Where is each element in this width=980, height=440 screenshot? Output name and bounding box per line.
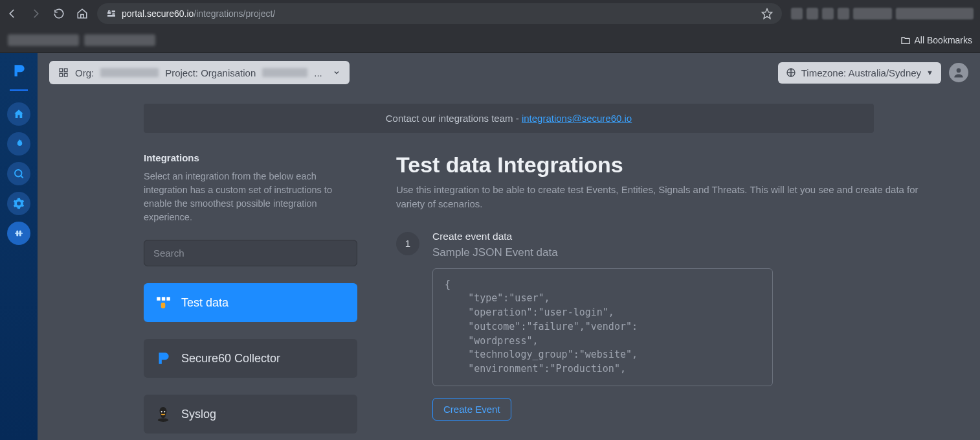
extensions-strip	[791, 8, 974, 19]
topbar: Org: Project: Organisation ... Timezone:…	[38, 53, 980, 92]
svg-rect-16	[166, 297, 170, 300]
svg-point-18	[158, 418, 169, 422]
svg-point-13	[957, 68, 961, 73]
integration-label: Test data	[181, 296, 228, 310]
sidebar-settings-icon[interactable]	[7, 192, 30, 215]
svg-point-20	[164, 411, 165, 412]
content-area: Integrations Select an integration from …	[38, 133, 980, 440]
sidebar-home-icon[interactable]	[7, 102, 30, 126]
address-bar[interactable]: portal.secure60.io/integrations/project/	[97, 3, 782, 24]
page-subtitle: Use this integration to be able to creat…	[396, 183, 940, 211]
logo-underline	[10, 89, 28, 91]
svg-point-4	[113, 13, 115, 15]
step-subtitle: Sample JSON Event data	[432, 246, 940, 259]
svg-rect-14	[157, 297, 160, 300]
svg-rect-2	[108, 16, 115, 16]
panel-description: Select an integration from the below eac…	[144, 170, 357, 224]
site-settings-icon[interactable]	[106, 8, 117, 19]
svg-rect-9	[64, 69, 67, 72]
browser-chrome: portal.secure60.io/integrations/project/…	[0, 0, 980, 53]
grid-icon	[58, 67, 69, 78]
forward-icon[interactable]	[30, 8, 41, 19]
integration-label: Syslog	[181, 408, 216, 421]
sidebar-flame-icon[interactable]	[7, 132, 30, 156]
home-icon[interactable]	[76, 8, 88, 19]
svg-marker-5	[763, 9, 772, 19]
all-bookmarks-button[interactable]: All Bookmarks	[900, 35, 972, 45]
project-name-redacted	[262, 68, 307, 77]
step-title: Create event data	[432, 231, 940, 242]
svg-rect-15	[162, 297, 165, 300]
integration-card[interactable]: Test data	[144, 283, 357, 322]
context-selector[interactable]: Org: Project: Organisation ...	[49, 61, 350, 84]
extension-placeholder[interactable]	[838, 8, 849, 19]
svg-point-6	[15, 170, 22, 177]
page-title: Test data Integrations	[396, 152, 940, 178]
bookmarks-bar: All Bookmarks	[0, 27, 980, 53]
extension-placeholder[interactable]	[807, 8, 818, 19]
integration-detail-panel: Test data Integrations Use this integrat…	[396, 152, 940, 434]
svg-point-19	[161, 411, 162, 412]
org-name-redacted	[100, 68, 159, 77]
profile-placeholder[interactable]	[896, 8, 974, 19]
url-text: portal.secure60.io/integrations/project/	[122, 8, 275, 19]
svg-rect-10	[60, 73, 63, 76]
globe-icon	[786, 67, 796, 78]
banner-email-link[interactable]: integrations@secure60.io	[522, 113, 632, 124]
integration-icon	[154, 405, 172, 423]
svg-rect-1	[112, 11, 115, 12]
timezone-label: Timezone: Australia/Sydney	[801, 67, 921, 78]
sidebar-search-icon[interactable]	[7, 162, 30, 185]
panel-heading: Integrations	[144, 152, 357, 163]
extension-placeholder[interactable]	[853, 8, 892, 19]
bookmark-placeholder[interactable]	[8, 34, 79, 46]
all-bookmarks-label: All Bookmarks	[915, 35, 972, 45]
step-number-badge: 1	[396, 232, 419, 255]
integrations-list-panel: Integrations Select an integration from …	[144, 152, 357, 434]
contact-banner: Contact our integrations team - integrat…	[144, 104, 874, 133]
integration-card[interactable]: Secure60 Collector	[144, 339, 357, 378]
caret-down-icon: ▼	[926, 69, 933, 76]
step-row: 1 Create event data Sample JSON Event da…	[396, 231, 940, 421]
svg-rect-17	[161, 303, 166, 308]
app-logo[interactable]	[10, 62, 27, 79]
bookmark-star-icon[interactable]	[761, 8, 773, 19]
bookmark-placeholder[interactable]	[84, 34, 155, 46]
sidebar-integrations-icon[interactable]	[7, 222, 30, 245]
banner-text: Contact our integrations team -	[386, 113, 522, 124]
svg-rect-8	[60, 69, 63, 72]
svg-point-3	[108, 10, 110, 12]
integration-icon	[154, 349, 172, 367]
svg-line-7	[21, 176, 23, 178]
browser-toolbar: portal.secure60.io/integrations/project/	[0, 0, 980, 27]
org-prefix: Org:	[75, 67, 94, 78]
app-body: Org: Project: Organisation ... Timezone:…	[38, 53, 980, 440]
app-root: Org: Project: Organisation ... Timezone:…	[0, 53, 980, 440]
integration-label: Secure60 Collector	[181, 352, 280, 365]
extension-placeholder[interactable]	[822, 8, 834, 19]
timezone-selector[interactable]: Timezone: Australia/Sydney ▼	[778, 62, 941, 84]
chevron-down-icon	[333, 69, 340, 76]
sidebar	[0, 53, 38, 440]
json-sample-box[interactable]: { "type":"user", "operation":"user-login…	[432, 268, 773, 386]
extension-placeholder[interactable]	[791, 8, 803, 19]
back-icon[interactable]	[6, 8, 18, 19]
svg-rect-11	[64, 73, 67, 76]
reload-icon[interactable]	[53, 8, 65, 19]
project-prefix: Project: Organisation	[165, 67, 256, 78]
create-event-button[interactable]: Create Event	[432, 398, 511, 421]
integration-icon	[154, 294, 172, 312]
search-input[interactable]	[144, 240, 357, 266]
integration-card[interactable]: Syslog	[144, 395, 357, 434]
svg-rect-0	[108, 13, 111, 14]
avatar[interactable]	[949, 63, 968, 82]
